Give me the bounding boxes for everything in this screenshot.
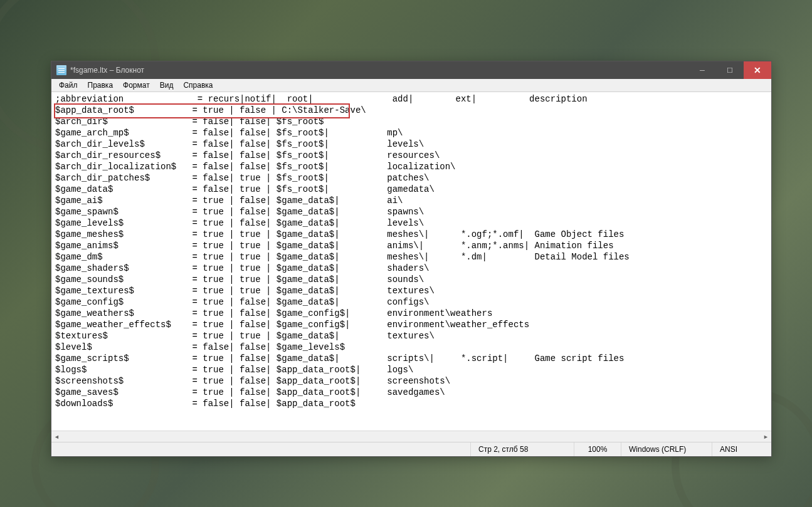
maximize-button[interactable]: ☐ [716,61,744,79]
statusbar: Стр 2, стлб 58 100% Windows (CRLF) ANSI [51,442,771,456]
close-button[interactable]: ✕ [744,61,771,79]
text-editor[interactable]: ;abbreviation = recurs|notif| root| add|… [51,92,771,431]
editor-content[interactable]: ;abbreviation = recurs|notif| root| add|… [51,92,771,410]
scroll-left-button[interactable]: ◄ [51,431,62,442]
status-lineending: Windows (CRLF) [621,442,712,456]
status-zoom: 100% [574,442,621,456]
menu-file[interactable]: Файл [54,80,83,91]
notepad-window: *fsgame.ltx – Блокнот ─ ☐ ✕ Файл Правка … [51,61,772,457]
menu-view[interactable]: Вид [155,80,179,91]
status-position: Стр 2, стлб 58 [470,442,574,456]
scroll-right-button[interactable]: ► [761,431,771,442]
menu-help[interactable]: Справка [178,80,218,91]
horizontal-scrollbar[interactable]: ◄ ► [51,431,771,442]
notepad-icon [56,65,66,75]
window-title: *fsgame.ltx – Блокнот [70,66,688,75]
menu-edit[interactable]: Правка [83,80,119,91]
titlebar[interactable]: *fsgame.ltx – Блокнот ─ ☐ ✕ [51,61,771,79]
menubar: Файл Правка Формат Вид Справка [51,79,771,92]
menu-format[interactable]: Формат [118,80,155,91]
status-encoding: ANSI [712,442,771,456]
minimize-button[interactable]: ─ [688,61,716,79]
